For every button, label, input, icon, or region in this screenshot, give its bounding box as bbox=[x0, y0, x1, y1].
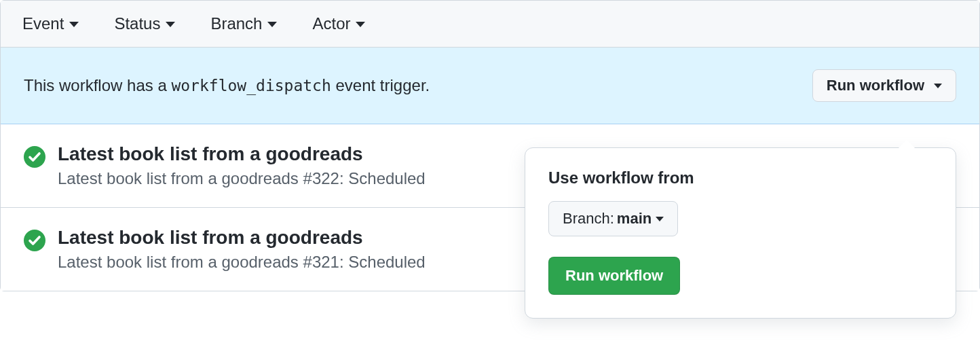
filter-event[interactable]: Event bbox=[22, 14, 79, 33]
branch-selector[interactable]: Branch: main bbox=[548, 201, 678, 236]
filter-branch-label: Branch bbox=[210, 14, 262, 33]
workflow-runs-container: Event Status Branch Actor This workflow … bbox=[0, 0, 980, 291]
caret-down-icon bbox=[267, 22, 277, 27]
filter-bar: Event Status Branch Actor bbox=[1, 1, 979, 48]
run-number: #321 bbox=[303, 253, 339, 271]
dispatch-text-suffix: event trigger. bbox=[331, 76, 430, 94]
branch-prefix: Branch: bbox=[563, 210, 614, 228]
run-workflow-button-label: Run workflow bbox=[827, 77, 924, 94]
run-workflow-name: Latest book list from a goodreads bbox=[58, 169, 299, 187]
check-circle-success-icon bbox=[24, 230, 45, 251]
filter-status[interactable]: Status bbox=[114, 14, 175, 33]
run-workflow-dropdown-button[interactable]: Run workflow bbox=[812, 69, 956, 102]
run-workflow-popover: Use workflow from Branch: main Run workf… bbox=[525, 147, 956, 319]
run-workflow-submit-button[interactable]: Run workflow bbox=[548, 257, 680, 295]
branch-name: main bbox=[617, 210, 652, 228]
caret-down-icon bbox=[356, 22, 365, 27]
caret-down-icon bbox=[69, 22, 79, 27]
run-trigger: : Scheduled bbox=[339, 253, 426, 271]
dispatch-text-prefix: This workflow has a bbox=[24, 76, 171, 94]
filter-actor[interactable]: Actor bbox=[312, 14, 365, 33]
caret-down-icon bbox=[934, 84, 942, 88]
dispatch-banner: This workflow has a workflow_dispatch ev… bbox=[1, 48, 979, 124]
filter-branch[interactable]: Branch bbox=[210, 14, 277, 33]
check-circle-success-icon bbox=[24, 146, 45, 168]
filter-event-label: Event bbox=[22, 14, 64, 33]
run-workflow-name: Latest book list from a goodreads bbox=[58, 253, 299, 271]
caret-down-icon bbox=[166, 22, 175, 27]
run-workflow-submit-label: Run workflow bbox=[565, 267, 663, 284]
caret-down-icon bbox=[656, 217, 664, 221]
popover-title: Use workflow from bbox=[548, 168, 932, 187]
filter-actor-label: Actor bbox=[312, 14, 350, 33]
dispatch-text: This workflow has a workflow_dispatch ev… bbox=[24, 76, 430, 95]
run-number: #322 bbox=[303, 169, 339, 187]
filter-status-label: Status bbox=[114, 14, 160, 33]
dispatch-code: workflow_dispatch bbox=[171, 77, 331, 94]
run-trigger: : Scheduled bbox=[339, 169, 426, 187]
